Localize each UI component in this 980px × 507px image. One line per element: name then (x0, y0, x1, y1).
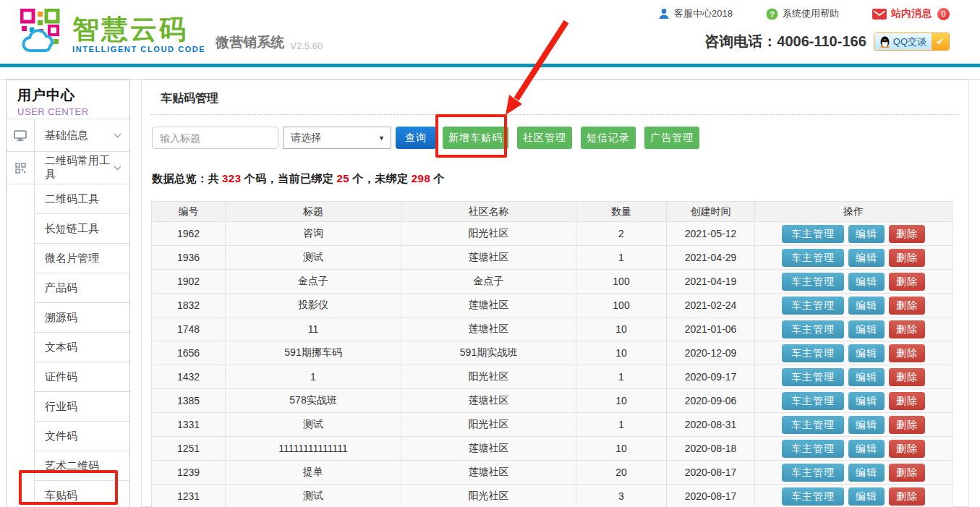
sidebar-item-label: 产品码 (35, 273, 129, 303)
table-cell: 11 (226, 318, 401, 341)
qq-chat-button[interactable]: QQ交谈 ✔ (874, 33, 950, 51)
delete-button[interactable]: 删除 (889, 487, 925, 506)
monitor-icon (14, 130, 27, 141)
owner-manage-button[interactable]: 车主管理 (782, 249, 844, 267)
table-cell: 莲塘社区 (401, 437, 576, 461)
table-cell: 莲塘社区 (401, 246, 576, 270)
edit-button[interactable]: 编辑 (848, 464, 885, 482)
table-cell: 金点子 (226, 270, 401, 294)
owner-manage-button[interactable]: 车主管理 (782, 320, 844, 338)
sidebar-item-label: 长短链工具 (35, 214, 129, 244)
sidebar-item[interactable]: 文本码 (7, 333, 129, 362)
community-manage-button[interactable]: 社区管理 (517, 127, 572, 149)
table-cell: 1 (576, 413, 667, 437)
brand-tagline: INTELLIGENT CLOUD CODE (72, 46, 205, 54)
sidebar-item[interactable]: 二维码工具 (7, 184, 129, 214)
logo: 智慧云码 INTELLIGENT CLOUD CODE 微营销系统 V2.5.6… (20, 9, 323, 54)
actions-cell: 车主管理编辑删除 (755, 270, 953, 294)
table-cell: 20 (576, 461, 667, 485)
table-row: 125111111111111111莲塘社区102020-08-18车主管理编辑… (152, 437, 953, 461)
table-row: 1231测试阳光社区32020-08-17车主管理编辑删除 (152, 485, 953, 507)
table-row: 1331测试阳光社区12020-08-31车主管理编辑删除 (152, 413, 953, 437)
delete-button[interactable]: 删除 (889, 320, 925, 338)
sidebar-group-basic-info[interactable]: 基础信息 (7, 119, 129, 152)
delete-button[interactable]: 删除 (889, 249, 925, 267)
edit-button[interactable]: 编辑 (848, 225, 885, 243)
table-cell: 1 (226, 365, 401, 389)
sidebar: 用户中心 USER CENTER 基础信息 二维码常用工具 (6, 80, 130, 507)
table-row: 1385578实战班莲塘社区102020-09-06车主管理编辑删除 (152, 389, 953, 413)
actions-cell: 车主管理编辑删除 (755, 294, 953, 318)
sidebar-item-label: 车贴码 (35, 481, 129, 507)
sidebar-item[interactable]: 艺术二维码 (7, 451, 129, 481)
owner-manage-button[interactable]: 车主管理 (782, 368, 844, 386)
delete-button[interactable]: 删除 (889, 344, 925, 362)
sms-record-button[interactable]: 短信记录 (581, 127, 636, 149)
delete-button[interactable]: 删除 (889, 416, 925, 434)
edit-button[interactable]: 编辑 (848, 487, 885, 506)
owner-manage-button[interactable]: 车主管理 (782, 273, 844, 291)
delete-button[interactable]: 删除 (889, 440, 925, 458)
delete-button[interactable]: 删除 (889, 368, 925, 386)
add-car-sticker-button[interactable]: 新增车贴码 (443, 127, 508, 149)
table-cell: 1239 (152, 461, 226, 485)
help-link[interactable]: ? 系统使用帮助 (766, 7, 839, 20)
sidebar-item-label: 溯源码 (35, 303, 129, 333)
sidebar-item[interactable]: 微名片管理 (7, 244, 129, 273)
ad-manage-button[interactable]: 广告管理 (644, 127, 699, 149)
delete-button[interactable]: 删除 (889, 392, 925, 410)
table-cell: 提单 (226, 461, 401, 485)
data-overview: 数据总览：共323个码，当前已绑定25个，未绑定298个 (152, 172, 445, 186)
delete-button[interactable]: 删除 (889, 297, 925, 315)
owner-manage-button[interactable]: 车主管理 (782, 487, 844, 506)
delete-button[interactable]: 删除 (889, 225, 925, 243)
edit-button[interactable]: 编辑 (848, 297, 885, 315)
edit-button[interactable]: 编辑 (848, 392, 885, 410)
sidebar-item[interactable]: 证件码 (7, 362, 129, 392)
column-header: 创建时间 (667, 202, 755, 222)
sidebar-item[interactable]: 行业码 (7, 392, 129, 422)
owner-manage-button[interactable]: 车主管理 (782, 225, 844, 243)
service-center-link[interactable]: 客服中心2018 (658, 7, 733, 20)
owner-manage-button[interactable]: 车主管理 (782, 344, 844, 362)
owner-manage-button[interactable]: 车主管理 (782, 392, 844, 410)
page-title: 车贴码管理 (161, 91, 218, 106)
table-cell: 投影仪 (226, 294, 401, 318)
query-button[interactable]: 查询 (396, 127, 436, 149)
table-cell: 10 (576, 437, 667, 461)
edit-button[interactable]: 编辑 (848, 320, 885, 338)
owner-manage-button[interactable]: 车主管理 (782, 464, 844, 482)
edit-button[interactable]: 编辑 (848, 368, 885, 386)
table-cell: 11111111111111 (226, 437, 401, 461)
owner-manage-button[interactable]: 车主管理 (782, 416, 844, 434)
sidebar-item[interactable]: 文件码 (7, 422, 129, 451)
edit-button[interactable]: 编辑 (848, 440, 885, 458)
app-header: 智慧云码 INTELLIGENT CLOUD CODE 微营销系统 V2.5.6… (0, 0, 980, 67)
table-row: 1902金点子金点子1002021-04-19车主管理编辑删除 (152, 270, 953, 294)
table-cell: 莲塘社区 (401, 318, 576, 341)
sidebar-item[interactable]: 长短链工具 (7, 214, 129, 244)
owner-manage-button[interactable]: 车主管理 (782, 297, 844, 315)
edit-button[interactable]: 编辑 (848, 416, 885, 434)
title-search-input[interactable] (152, 127, 278, 149)
sidebar-group-qr-tools[interactable]: 二维码常用工具 (7, 152, 129, 184)
delete-button[interactable]: 删除 (889, 464, 925, 482)
owner-manage-button[interactable]: 车主管理 (782, 440, 844, 458)
edit-button[interactable]: 编辑 (848, 344, 885, 362)
table-cell: 10 (576, 318, 667, 341)
car-sticker-table: 编号标题社区名称数量创建时间操作 1962咨询阳光社区22021-05-12车主… (151, 201, 953, 507)
edit-button[interactable]: 编辑 (848, 249, 885, 267)
community-select[interactable]: 请选择 ▼ (283, 127, 391, 149)
sidebar-item[interactable]: 车贴码 (7, 481, 129, 507)
table-row: 1239提单莲塘社区202020-08-17车主管理编辑删除 (152, 461, 953, 485)
qq-verified-icon: ✔ (932, 33, 949, 50)
sidebar-item-label: 行业码 (35, 392, 129, 422)
actions-cell: 车主管理编辑删除 (755, 437, 953, 461)
edit-button[interactable]: 编辑 (848, 273, 885, 291)
sidebar-item[interactable]: 溯源码 (7, 303, 129, 333)
column-header: 操作 (755, 202, 953, 222)
messages-link[interactable]: 站内消息 0 (872, 7, 950, 20)
delete-button[interactable]: 删除 (889, 273, 925, 291)
sidebar-item[interactable]: 产品码 (7, 273, 129, 303)
table-cell: 1936 (152, 246, 226, 270)
